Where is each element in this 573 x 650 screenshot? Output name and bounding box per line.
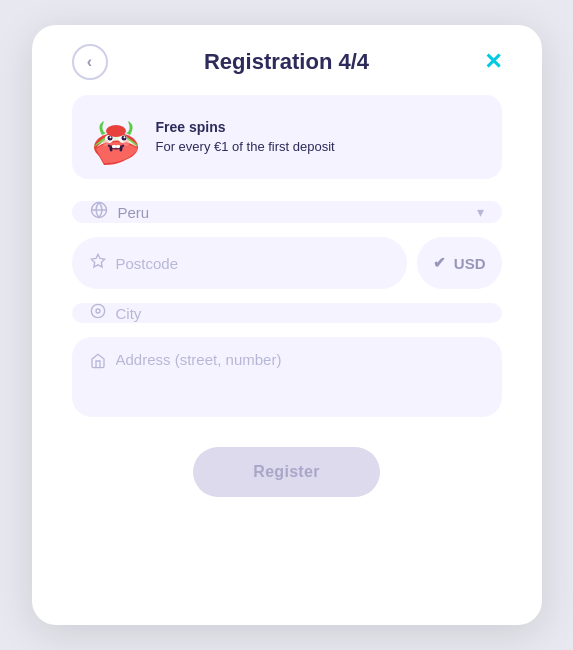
- svg-point-18: [91, 304, 104, 317]
- svg-point-6: [109, 136, 111, 138]
- promo-text: Free spins For every €1 of the first dep…: [156, 118, 335, 156]
- svg-point-7: [123, 136, 125, 138]
- postcode-input-wrapper: [72, 237, 407, 289]
- registration-form: Peru ▾ ✔ USD: [72, 201, 502, 417]
- svg-point-14: [123, 140, 129, 146]
- registration-modal: ‹ Registration 4/4 ✕: [32, 25, 542, 625]
- svg-rect-9: [116, 145, 120, 148]
- promo-banner: Free spins For every €1 of the first dep…: [72, 95, 502, 179]
- country-select[interactable]: Peru: [118, 204, 467, 221]
- city-icon: [90, 303, 106, 323]
- address-input[interactable]: [116, 351, 484, 368]
- postcode-icon: [90, 253, 106, 273]
- address-input-wrapper: [72, 337, 502, 417]
- close-button[interactable]: ✕: [484, 51, 502, 73]
- svg-marker-17: [91, 254, 104, 267]
- postcode-input[interactable]: [116, 255, 389, 272]
- postcode-currency-row: ✔ USD: [72, 237, 502, 289]
- back-button[interactable]: ‹: [72, 44, 108, 80]
- city-input-wrapper: [72, 303, 502, 323]
- svg-point-19: [96, 309, 100, 313]
- country-select-wrapper[interactable]: Peru ▾: [72, 201, 502, 223]
- back-icon: ‹: [87, 53, 92, 71]
- city-input[interactable]: [116, 305, 484, 322]
- check-icon: ✔: [433, 254, 446, 272]
- chevron-down-icon: ▾: [477, 204, 484, 220]
- promo-description: For every €1 of the first deposit: [156, 139, 335, 154]
- address-icon: [90, 353, 106, 373]
- mascot-image: [88, 109, 144, 165]
- promo-title: Free spins: [156, 118, 335, 138]
- svg-point-13: [103, 140, 109, 146]
- globe-icon: [90, 201, 108, 223]
- svg-point-12: [106, 125, 126, 137]
- register-button[interactable]: Register: [193, 447, 379, 497]
- currency-badge: ✔ USD: [417, 237, 502, 289]
- currency-label: USD: [454, 255, 486, 272]
- modal-header: ‹ Registration 4/4 ✕: [72, 49, 502, 75]
- modal-title: Registration 4/4: [204, 49, 369, 75]
- svg-rect-8: [112, 145, 116, 148]
